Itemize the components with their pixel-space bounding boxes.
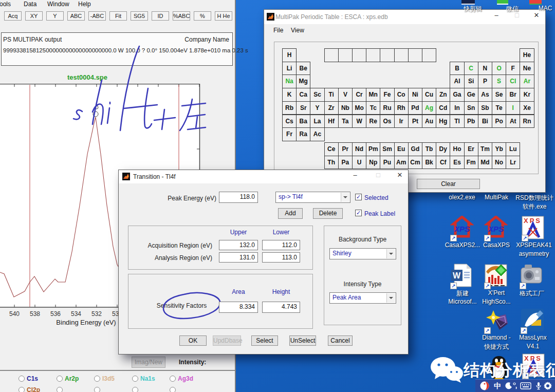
imag-new-button[interactable]: Imag/New — [132, 357, 165, 368]
element-empty[interactable] — [324, 48, 339, 62]
species-radio-empty-2-3[interactable] — [132, 387, 138, 392]
desktop-icon-sliver-微信[interactable] — [497, 0, 508, 5]
species-radio-empty-2-4[interactable] — [170, 387, 176, 392]
element-Fm[interactable]: Fm — [464, 156, 478, 170]
element-Ar[interactable]: Ar — [520, 74, 534, 88]
toolbar-button-abc[interactable]: %ABC — [173, 11, 190, 21]
element-Ca[interactable]: Ca — [296, 88, 310, 102]
element-B[interactable]: B — [450, 62, 464, 76]
element-Rb[interactable]: Rb — [282, 101, 297, 115]
element-Eu[interactable]: Eu — [394, 142, 409, 156]
element-Rn[interactable]: Rn — [520, 115, 534, 128]
dialog-maximize-button[interactable]: □ — [371, 171, 386, 180]
element-V[interactable]: V — [338, 88, 353, 102]
element-Os[interactable]: Os — [380, 115, 394, 128]
species-radio-Ar2p[interactable] — [57, 376, 63, 382]
element-Ba[interactable]: Ba — [296, 115, 310, 128]
dialog-close-button[interactable]: ✕ — [392, 171, 408, 180]
element-Al[interactable]: Al — [450, 74, 464, 88]
element-Ni[interactable]: Ni — [408, 88, 422, 102]
element-U[interactable]: U — [352, 156, 366, 170]
dialog-minimize-button[interactable]: – — [347, 171, 363, 180]
delete-button[interactable]: Delete — [313, 208, 343, 219]
sogou-ime-icon[interactable] — [479, 381, 490, 391]
element-F[interactable]: F — [506, 62, 520, 76]
dialog-title-bar[interactable]: Transition - Tl4f – □ ✕ — [119, 170, 408, 183]
periodic-menu-view[interactable]: View — [289, 26, 306, 35]
element-Yb[interactable]: Yb — [492, 142, 506, 156]
element-C[interactable]: C — [464, 62, 478, 76]
element-empty[interactable] — [352, 48, 366, 62]
desktop-icon-sliver-MAC[interactable] — [529, 0, 542, 5]
element-Pa[interactable]: Pa — [338, 156, 353, 170]
analysis-lower-input[interactable]: 113.0 — [262, 252, 300, 263]
element-Fr[interactable]: Fr — [282, 127, 297, 141]
background-type-select[interactable]: Shirley — [329, 248, 396, 259]
menu-item-tools[interactable]: Tools — [0, 0, 13, 9]
element-Sm[interactable]: Sm — [380, 142, 394, 156]
element-Lu[interactable]: Lu — [506, 142, 520, 156]
element-Ta[interactable]: Ta — [338, 115, 353, 128]
element-Kr[interactable]: Kr — [520, 88, 534, 102]
element-Tm[interactable]: Tm — [478, 142, 492, 156]
desktop-icon-X'Pert[interactable]: ↗ — [484, 264, 510, 289]
element-Li[interactable]: Li — [282, 62, 297, 76]
element-Bk[interactable]: Bk — [422, 156, 436, 170]
analysis-upper-input[interactable]: 131.0 — [219, 252, 258, 263]
element-Ir[interactable]: Ir — [394, 115, 409, 128]
menu-item-window[interactable]: Window — [45, 0, 71, 9]
element-Ru[interactable]: Ru — [380, 101, 394, 115]
punctuation-indicator-icon[interactable] — [512, 381, 519, 391]
chevron-down-icon[interactable] — [386, 293, 395, 303]
sensitivity-height-input[interactable]: 4.743 — [262, 302, 300, 313]
element-Pr[interactable]: Pr — [338, 142, 353, 156]
toolbar-button-y[interactable]: Y — [46, 11, 64, 21]
element-Hf[interactable]: Hf — [324, 115, 339, 128]
element-Br[interactable]: Br — [506, 88, 520, 102]
element-empty[interactable] — [366, 48, 380, 62]
element-Nb[interactable]: Nb — [338, 101, 353, 115]
species-radio-Na1s[interactable] — [132, 376, 138, 382]
element-No[interactable]: No — [492, 156, 506, 170]
desktop-icon-XPSPEAK41[interactable]: XPS↗ — [522, 216, 547, 241]
element-Cl[interactable]: Cl — [506, 74, 520, 88]
element-empty[interactable] — [422, 48, 436, 62]
toolbar-button-[interactable]: % — [194, 11, 211, 21]
element-I[interactable]: I — [506, 101, 520, 115]
gear-icon[interactable] — [543, 381, 553, 391]
element-Y[interactable]: Y — [310, 101, 324, 115]
element-Np[interactable]: Np — [366, 156, 380, 170]
element-Bi[interactable]: Bi — [478, 115, 492, 128]
element-Pm[interactable]: Pm — [366, 142, 380, 156]
species-radio-I3d5[interactable] — [94, 376, 100, 382]
peak-label-checkbox[interactable]: ✓ — [355, 210, 362, 216]
element-Mg[interactable]: Mg — [296, 74, 310, 88]
element-In[interactable]: In — [450, 101, 464, 115]
element-Pt[interactable]: Pt — [408, 115, 422, 128]
desktop-icon-CasaXPS2...[interactable]: XPS↗ — [450, 216, 476, 241]
toolbar-button-abc[interactable]: -ABC — [88, 11, 106, 21]
element-Zn[interactable]: Zn — [436, 88, 450, 102]
element-Tb[interactable]: Tb — [422, 142, 436, 156]
toolbar-button-fit[interactable]: Fit — [109, 11, 127, 21]
element-Se[interactable]: Se — [492, 88, 506, 102]
menu-item-data[interactable]: Data — [22, 0, 39, 9]
element-Fe[interactable]: Fe — [380, 88, 394, 102]
menu-item-help[interactable]: Help — [76, 0, 93, 9]
select-button[interactable]: Select — [251, 335, 278, 346]
upddbase-button[interactable]: UpdDbase — [213, 335, 241, 346]
element-Cs[interactable]: Cs — [282, 115, 297, 128]
intensity-type-select[interactable]: Peak Area — [329, 292, 396, 304]
element-Ge[interactable]: Ge — [464, 88, 478, 102]
element-Mn[interactable]: Mn — [366, 88, 380, 102]
desktop-icon-Diamond -[interactable]: ↗ — [484, 308, 510, 334]
element-Ti[interactable]: Ti — [324, 88, 339, 102]
element-La[interactable]: La — [310, 115, 324, 128]
element-Pb[interactable]: Pb — [464, 115, 478, 128]
element-Hg[interactable]: Hg — [436, 115, 450, 128]
clear-button[interactable]: Clear — [417, 179, 480, 189]
toolbar-button-acq[interactable]: Acq — [4, 11, 22, 21]
cancel-button[interactable]: Cancel — [328, 335, 353, 346]
ok-button[interactable]: OK — [179, 335, 207, 346]
peak-energy-input[interactable]: 118.0 — [219, 192, 258, 203]
